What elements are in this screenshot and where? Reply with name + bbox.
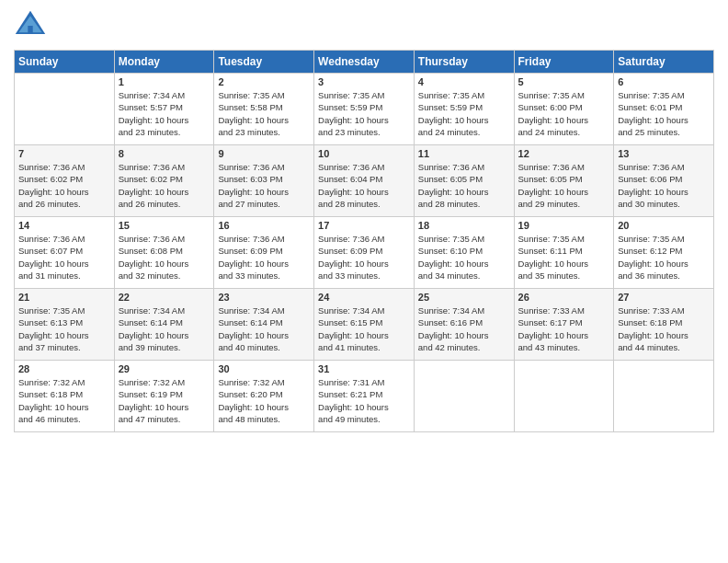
col-header-sunday: Sunday	[15, 51, 115, 74]
week-row-1: 1Sunrise: 7:34 AM Sunset: 5:57 PM Daylig…	[15, 74, 714, 145]
day-number: 17	[318, 220, 410, 231]
calendar-cell: 30Sunrise: 7:32 AM Sunset: 6:20 PM Dayli…	[214, 361, 314, 432]
col-header-wednesday: Wednesday	[314, 51, 415, 74]
calendar-cell: 25Sunrise: 7:34 AM Sunset: 6:16 PM Dayli…	[414, 289, 514, 361]
calendar-cell: 12Sunrise: 7:36 AM Sunset: 6:05 PM Dayli…	[514, 145, 614, 217]
day-number: 13	[618, 148, 710, 159]
calendar-cell: 24Sunrise: 7:34 AM Sunset: 6:15 PM Dayli…	[314, 289, 415, 361]
calendar-table: SundayMondayTuesdayWednesdayThursdayFrid…	[14, 50, 714, 432]
day-number: 23	[218, 292, 310, 303]
day-number: 7	[18, 148, 110, 159]
day-number: 16	[218, 220, 310, 231]
day-info: Sunrise: 7:36 AM Sunset: 6:04 PM Dayligh…	[318, 161, 410, 210]
calendar-cell	[414, 361, 514, 432]
day-info: Sunrise: 7:36 AM Sunset: 6:02 PM Dayligh…	[119, 161, 210, 210]
day-number: 3	[318, 76, 410, 87]
day-number: 2	[218, 76, 310, 87]
day-number: 24	[318, 292, 410, 303]
day-number: 21	[18, 292, 110, 303]
day-info: Sunrise: 7:36 AM Sunset: 6:03 PM Dayligh…	[218, 161, 310, 210]
calendar-cell: 13Sunrise: 7:36 AM Sunset: 6:06 PM Dayli…	[614, 145, 714, 217]
day-info: Sunrise: 7:35 AM Sunset: 6:11 PM Dayligh…	[518, 233, 610, 282]
day-info: Sunrise: 7:36 AM Sunset: 6:05 PM Dayligh…	[518, 161, 610, 210]
day-number: 29	[119, 363, 210, 374]
day-info: Sunrise: 7:32 AM Sunset: 6:20 PM Dayligh…	[218, 376, 310, 425]
day-info: Sunrise: 7:35 AM Sunset: 6:13 PM Dayligh…	[18, 304, 110, 353]
day-number: 8	[119, 148, 210, 159]
day-number: 12	[518, 148, 610, 159]
day-info: Sunrise: 7:35 AM Sunset: 6:10 PM Dayligh…	[418, 233, 510, 282]
calendar-cell: 22Sunrise: 7:34 AM Sunset: 6:14 PM Dayli…	[114, 289, 214, 361]
day-info: Sunrise: 7:31 AM Sunset: 6:21 PM Dayligh…	[318, 376, 410, 425]
day-info: Sunrise: 7:35 AM Sunset: 5:59 PM Dayligh…	[418, 89, 510, 138]
calendar-cell: 1Sunrise: 7:34 AM Sunset: 5:57 PM Daylig…	[114, 74, 214, 145]
week-row-3: 14Sunrise: 7:36 AM Sunset: 6:07 PM Dayli…	[15, 217, 714, 289]
day-info: Sunrise: 7:35 AM Sunset: 5:59 PM Dayligh…	[318, 89, 410, 138]
calendar-cell: 9Sunrise: 7:36 AM Sunset: 6:03 PM Daylig…	[214, 145, 314, 217]
day-info: Sunrise: 7:34 AM Sunset: 6:14 PM Dayligh…	[119, 304, 210, 353]
col-header-monday: Monday	[114, 51, 214, 74]
calendar-cell: 27Sunrise: 7:33 AM Sunset: 6:18 PM Dayli…	[614, 289, 714, 361]
day-number: 22	[119, 292, 210, 303]
day-info: Sunrise: 7:36 AM Sunset: 6:05 PM Dayligh…	[418, 161, 510, 210]
day-info: Sunrise: 7:32 AM Sunset: 6:19 PM Dayligh…	[119, 376, 210, 425]
day-info: Sunrise: 7:34 AM Sunset: 6:14 PM Dayligh…	[218, 304, 310, 353]
day-info: Sunrise: 7:36 AM Sunset: 6:07 PM Dayligh…	[18, 233, 110, 282]
calendar-cell: 21Sunrise: 7:35 AM Sunset: 6:13 PM Dayli…	[15, 289, 115, 361]
week-row-5: 28Sunrise: 7:32 AM Sunset: 6:18 PM Dayli…	[15, 361, 714, 432]
week-row-2: 7Sunrise: 7:36 AM Sunset: 6:02 PM Daylig…	[15, 145, 714, 217]
col-header-saturday: Saturday	[614, 51, 714, 74]
calendar-cell: 7Sunrise: 7:36 AM Sunset: 6:02 PM Daylig…	[15, 145, 115, 217]
day-number: 15	[119, 220, 210, 231]
col-header-thursday: Thursday	[414, 51, 514, 74]
day-info: Sunrise: 7:36 AM Sunset: 6:08 PM Dayligh…	[119, 233, 210, 282]
logo-icon	[14, 9, 47, 42]
day-info: Sunrise: 7:34 AM Sunset: 6:15 PM Dayligh…	[318, 304, 410, 353]
svg-rect-2	[28, 26, 32, 34]
calendar-cell: 5Sunrise: 7:35 AM Sunset: 6:00 PM Daylig…	[514, 74, 614, 145]
day-number: 20	[618, 220, 710, 231]
day-number: 11	[418, 148, 510, 159]
day-info: Sunrise: 7:36 AM Sunset: 6:02 PM Dayligh…	[18, 161, 110, 210]
calendar-cell: 31Sunrise: 7:31 AM Sunset: 6:21 PM Dayli…	[314, 361, 415, 432]
day-number: 31	[318, 363, 410, 374]
calendar-cell: 2Sunrise: 7:35 AM Sunset: 5:58 PM Daylig…	[214, 74, 314, 145]
day-number: 30	[218, 363, 310, 374]
day-number: 4	[418, 76, 510, 87]
day-info: Sunrise: 7:35 AM Sunset: 6:12 PM Dayligh…	[618, 233, 710, 282]
calendar-cell: 15Sunrise: 7:36 AM Sunset: 6:08 PM Dayli…	[114, 217, 214, 289]
calendar-cell: 16Sunrise: 7:36 AM Sunset: 6:09 PM Dayli…	[214, 217, 314, 289]
calendar-cell: 29Sunrise: 7:32 AM Sunset: 6:19 PM Dayli…	[114, 361, 214, 432]
day-info: Sunrise: 7:32 AM Sunset: 6:18 PM Dayligh…	[18, 376, 110, 425]
day-number: 26	[518, 292, 610, 303]
header	[14, 9, 714, 42]
calendar-cell: 4Sunrise: 7:35 AM Sunset: 5:59 PM Daylig…	[414, 74, 514, 145]
day-number: 25	[418, 292, 510, 303]
day-info: Sunrise: 7:36 AM Sunset: 6:09 PM Dayligh…	[318, 233, 410, 282]
calendar-cell: 17Sunrise: 7:36 AM Sunset: 6:09 PM Dayli…	[314, 217, 415, 289]
calendar-cell	[614, 361, 714, 432]
day-info: Sunrise: 7:36 AM Sunset: 6:09 PM Dayligh…	[218, 233, 310, 282]
day-info: Sunrise: 7:35 AM Sunset: 6:01 PM Dayligh…	[618, 89, 710, 138]
day-number: 9	[218, 148, 310, 159]
calendar-cell	[514, 361, 614, 432]
calendar-cell: 26Sunrise: 7:33 AM Sunset: 6:17 PM Dayli…	[514, 289, 614, 361]
header-row: SundayMondayTuesdayWednesdayThursdayFrid…	[15, 51, 714, 74]
day-number: 5	[518, 76, 610, 87]
day-number: 18	[418, 220, 510, 231]
day-number: 27	[618, 292, 710, 303]
calendar-cell: 28Sunrise: 7:32 AM Sunset: 6:18 PM Dayli…	[15, 361, 115, 432]
calendar-cell: 11Sunrise: 7:36 AM Sunset: 6:05 PM Dayli…	[414, 145, 514, 217]
day-info: Sunrise: 7:34 AM Sunset: 6:16 PM Dayligh…	[418, 304, 510, 353]
calendar-cell: 6Sunrise: 7:35 AM Sunset: 6:01 PM Daylig…	[614, 74, 714, 145]
calendar-cell: 18Sunrise: 7:35 AM Sunset: 6:10 PM Dayli…	[414, 217, 514, 289]
week-row-4: 21Sunrise: 7:35 AM Sunset: 6:13 PM Dayli…	[15, 289, 714, 361]
calendar-cell: 20Sunrise: 7:35 AM Sunset: 6:12 PM Dayli…	[614, 217, 714, 289]
calendar-cell: 19Sunrise: 7:35 AM Sunset: 6:11 PM Dayli…	[514, 217, 614, 289]
day-number: 14	[18, 220, 110, 231]
calendar-cell	[15, 74, 115, 145]
calendar-cell: 3Sunrise: 7:35 AM Sunset: 5:59 PM Daylig…	[314, 74, 415, 145]
day-info: Sunrise: 7:36 AM Sunset: 6:06 PM Dayligh…	[618, 161, 710, 210]
calendar-cell: 14Sunrise: 7:36 AM Sunset: 6:07 PM Dayli…	[15, 217, 115, 289]
day-info: Sunrise: 7:33 AM Sunset: 6:17 PM Dayligh…	[518, 304, 610, 353]
